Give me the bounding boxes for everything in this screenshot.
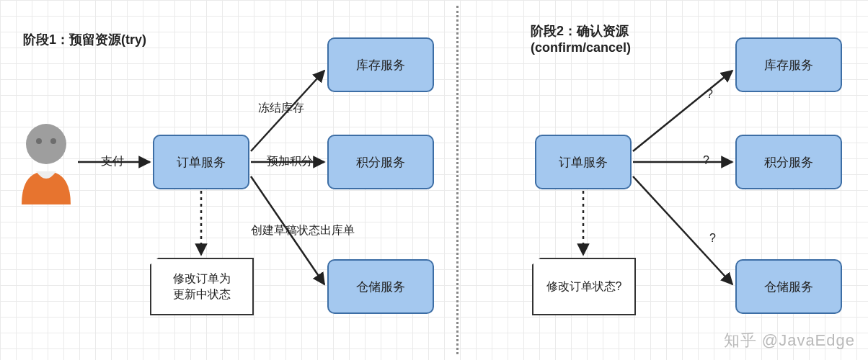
phase2-note: 修改订单状态? [532, 258, 636, 315]
phase1-edge-freeze-label: 冻结库存 [258, 101, 304, 116]
phase1-order-service-label: 订单服务 [177, 154, 226, 171]
phase2-warehouse-service-box: 仓储服务 [735, 259, 842, 314]
phase1-edge-pay-label: 支付 [101, 154, 124, 169]
watermark: 知乎 @JavaEdge [724, 330, 855, 351]
phase2-order-service-box: 订单服务 [535, 135, 632, 189]
phase2-warehouse-service-label: 仓储服务 [764, 279, 813, 295]
phase1-title: 阶段1：预留资源(try) [23, 32, 146, 48]
phase1-points-service-label: 积分服务 [356, 154, 405, 171]
svg-point-1 [36, 138, 42, 144]
svg-line-8 [633, 71, 732, 151]
phase2-edge-inventory-label: ? [707, 88, 713, 101]
user-icon [14, 120, 78, 209]
phase1-warehouse-service-box: 仓储服务 [327, 259, 434, 314]
phase1-inventory-service-box: 库存服务 [327, 37, 434, 92]
phase2-edge-warehouse-label: ? [709, 232, 716, 245]
phase2-inventory-service-label: 库存服务 [764, 57, 813, 73]
phase2-order-service-label: 订单服务 [559, 154, 608, 171]
phase1-edge-points-label: 预加积分 [267, 154, 313, 169]
phase-divider [456, 6, 459, 354]
phase1-warehouse-service-label: 仓储服务 [356, 279, 405, 295]
phase1-order-service-box: 订单服务 [153, 135, 249, 189]
phase1-inventory-service-label: 库存服务 [356, 57, 405, 73]
svg-line-10 [633, 176, 732, 284]
phase2-points-service-box: 积分服务 [735, 135, 842, 189]
phase1-points-service-box: 积分服务 [327, 135, 434, 189]
phase2-points-service-label: 积分服务 [764, 154, 813, 171]
svg-point-0 [26, 124, 66, 164]
phase2-edge-points-label: ? [703, 154, 709, 167]
phase1-edge-draft-label: 创建草稿状态出库单 [251, 223, 355, 238]
phase1-note: 修改订单为 更新中状态 [150, 258, 254, 315]
svg-point-2 [50, 138, 56, 144]
phase2-title: 阶段2：确认资源 (confirm/cancel) [531, 23, 631, 57]
phase2-inventory-service-box: 库存服务 [735, 37, 842, 92]
